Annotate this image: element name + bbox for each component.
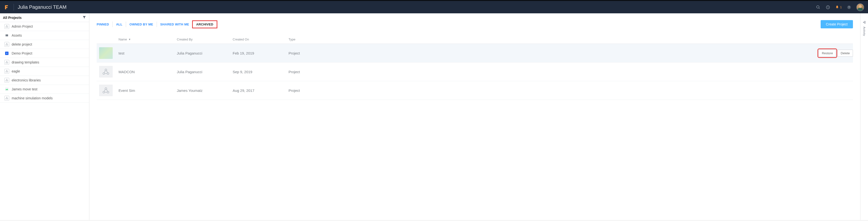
sidebar-item[interactable]: Demo Project <box>0 49 89 58</box>
sidebar-item[interactable]: James move test <box>0 85 89 94</box>
tab-archived[interactable]: ARCHIVED <box>192 21 217 28</box>
restore-button[interactable]: Restore <box>819 50 836 57</box>
svg-text:?: ? <box>848 6 850 8</box>
filter-icon[interactable] <box>82 15 86 20</box>
row-type: Project <box>288 51 324 55</box>
row-created-by: Julia Paganucci <box>177 70 232 74</box>
sidebar: All Projects Admin ProjectAssetsdelete p… <box>0 13 89 220</box>
project-icon <box>4 87 9 91</box>
svg-point-35 <box>107 91 109 93</box>
svg-rect-8 <box>6 35 8 35</box>
svg-point-34 <box>103 91 105 93</box>
sidebar-item[interactable]: Admin Project <box>0 22 89 31</box>
row-created-by: James Youmatz <box>177 88 232 93</box>
column-created-on[interactable]: Created On <box>232 38 288 41</box>
project-thumbnail <box>99 66 113 78</box>
notification-count: 1 <box>840 6 842 9</box>
tabs: PINNED ALL OWNED BY ME SHARED WITH ME AR… <box>97 21 217 28</box>
project-icon <box>4 78 9 83</box>
project-thumbnail <box>99 47 113 59</box>
sidebar-item-label: drawing templates <box>12 60 39 64</box>
sidebar-header: All Projects <box>0 13 89 22</box>
sort-down-icon: ▼ <box>128 38 131 41</box>
sidebar-item-label: machine simulation models <box>12 96 53 100</box>
notifications-button[interactable]: 1 <box>835 5 842 9</box>
delete-button[interactable]: Delete <box>837 50 853 57</box>
project-icon <box>4 51 9 56</box>
collapse-icon[interactable] <box>863 21 866 25</box>
svg-rect-26 <box>5 87 8 91</box>
row-actions: RestoreDelete <box>324 50 853 57</box>
sidebar-item-label: James move test <box>12 87 37 91</box>
sidebar-item[interactable]: delete project <box>0 40 89 49</box>
project-icon <box>4 96 9 101</box>
toolbar: PINNED ALL OWNED BY ME SHARED WITH ME AR… <box>97 20 853 28</box>
svg-rect-9 <box>6 36 8 36</box>
svg-point-11 <box>6 36 6 36</box>
svg-line-1 <box>819 8 820 9</box>
table-header: Name ▼ Created By Created On Type <box>97 36 853 44</box>
sidebar-item[interactable]: Assets <box>0 31 89 40</box>
team-name[interactable]: Julia Paganucci TEAM <box>18 4 66 10</box>
user-avatar[interactable] <box>856 3 864 11</box>
row-created-on: Feb 19, 2019 <box>232 51 288 55</box>
svg-point-31 <box>103 73 105 75</box>
svg-point-10 <box>6 35 6 35</box>
main-content: PINNED ALL OWNED BY ME SHARED WITH ME AR… <box>89 13 860 220</box>
sidebar-item-label: delete project <box>12 42 32 46</box>
sidebar-item[interactable]: machine simulation models <box>0 94 89 103</box>
column-name[interactable]: Name ▼ <box>119 38 177 41</box>
layout: All Projects Admin ProjectAssetsdelete p… <box>0 13 868 220</box>
row-name: MADCON <box>119 70 177 74</box>
project-icon <box>4 33 9 38</box>
column-type[interactable]: Type <box>288 38 324 41</box>
fusion-logo-icon[interactable] <box>4 4 10 10</box>
tab-pinned[interactable]: PINNED <box>97 22 113 27</box>
row-type: Project <box>288 88 324 93</box>
sidebar-item-label: Assets <box>12 33 22 37</box>
sidebar-item[interactable]: drawing templates <box>0 58 89 67</box>
create-project-button[interactable]: Create Project <box>820 20 853 28</box>
svg-point-16 <box>6 52 7 54</box>
row-created-by: Julia Paganucci <box>177 51 232 55</box>
table-row[interactable]: Event SimJames YoumatzAug 29, 2017Projec… <box>97 81 853 100</box>
sidebar-item[interactable]: electronics libraries <box>0 76 89 85</box>
sidebar-item-label: Admin Project <box>12 25 33 28</box>
row-type: Project <box>288 70 324 74</box>
svg-point-0 <box>817 6 819 8</box>
app-header: Julia Paganucci TEAM 1 ? <box>0 0 868 13</box>
sidebar-item[interactable]: eagle <box>0 67 89 76</box>
search-icon[interactable] <box>816 5 820 10</box>
sidebar-item-label: Demo Project <box>12 51 32 55</box>
row-created-on: Sep 9, 2019 <box>232 70 288 74</box>
sidebar-item-label: eagle <box>12 69 20 73</box>
bell-icon <box>835 5 839 9</box>
row-name: Event Sim <box>119 88 177 93</box>
help-icon[interactable]: ? <box>847 5 851 10</box>
activity-label[interactable]: Activity <box>863 27 866 36</box>
project-thumbnail <box>99 84 113 96</box>
header-left: Julia Paganucci TEAM <box>4 4 66 11</box>
project-icon <box>4 69 9 74</box>
sidebar-title: All Projects <box>3 16 22 20</box>
header-divider <box>13 4 14 11</box>
row-name: test <box>119 51 177 55</box>
svg-point-32 <box>107 73 109 75</box>
tab-shared-with-me[interactable]: SHARED WITH ME <box>157 22 193 27</box>
tab-all[interactable]: ALL <box>113 22 126 27</box>
table-row[interactable]: testJulia PaganucciFeb 19, 2019ProjectRe… <box>97 44 853 63</box>
project-icon <box>4 60 9 65</box>
project-icon <box>4 24 9 29</box>
sidebar-item-label: electronics libraries <box>12 78 41 82</box>
header-right: 1 ? <box>816 3 864 11</box>
column-created-by[interactable]: Created By <box>177 38 232 41</box>
tab-owned-by-me[interactable]: OWNED BY ME <box>126 22 157 27</box>
clock-icon[interactable] <box>826 5 830 10</box>
activity-rail[interactable]: Activity <box>860 13 868 220</box>
project-icon <box>4 42 9 47</box>
svg-rect-36 <box>865 21 865 23</box>
table-row[interactable]: MADCONJulia PaganucciSep 9, 2019Project <box>97 63 853 81</box>
row-created-on: Aug 29, 2017 <box>232 88 288 93</box>
